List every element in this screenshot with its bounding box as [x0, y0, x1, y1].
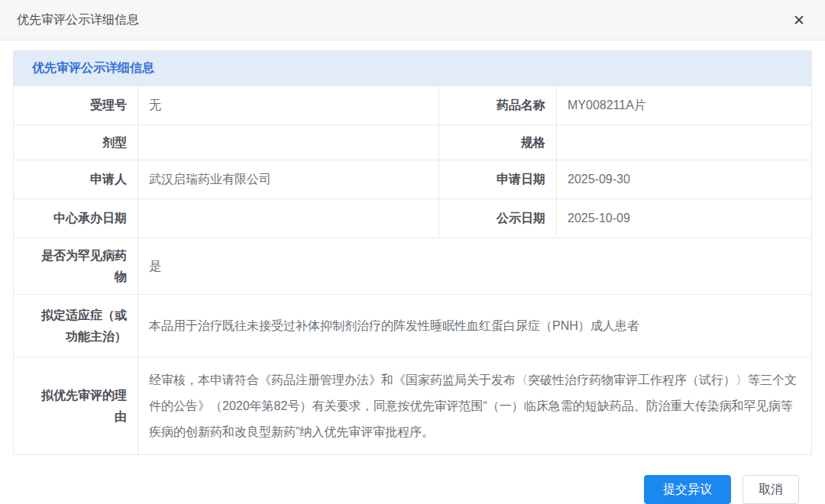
label-proposed-indication: 拟定适应症（或功能主治）: [14, 294, 138, 357]
label-applicant: 申请人: [14, 160, 138, 199]
label-priority-review-reason: 拟优先审评的理由: [14, 357, 138, 454]
value-dosage-form: [138, 124, 439, 160]
details-table: 优先审评公示详细信息 受理号 无 药品名称 MY008211A片 剂型 规格 申…: [13, 50, 812, 455]
label-dosage-form: 剂型: [14, 124, 138, 160]
value-proposed-indication: 本品用于治疗既往未接受过补体抑制剂治疗的阵发性睡眠性血红蛋白尿症（PNH）成人患…: [138, 294, 811, 357]
value-applicant: 武汉启瑞药业有限公司: [138, 160, 439, 199]
label-publicity-date: 公示日期: [439, 199, 557, 237]
label-drug-name: 药品名称: [439, 86, 557, 124]
value-specification: [557, 124, 811, 160]
close-icon[interactable]: ✕: [790, 10, 808, 31]
value-rare-disease-drug: 是: [138, 237, 811, 294]
value-publicity-date: 2025-10-09: [557, 199, 811, 237]
dialog-title: 优先审评公示详细信息: [17, 12, 139, 28]
value-acceptance-number: 无: [138, 86, 439, 124]
label-specification: 规格: [439, 124, 557, 160]
value-priority-review-reason: 经审核，本申请符合《药品注册管理办法》和《国家药监局关于发布〈突破性治疗药物审评…: [138, 357, 811, 454]
label-rare-disease-drug: 是否为罕见病药物: [14, 237, 138, 294]
label-acceptance-number: 受理号: [14, 86, 138, 124]
value-center-undertake-date: [138, 199, 439, 237]
label-application-date: 申请日期: [439, 160, 557, 199]
value-application-date: 2025-09-30: [557, 160, 811, 199]
cancel-button[interactable]: 取消: [742, 475, 799, 504]
dialog-body: 优先审评公示详细信息 受理号 无 药品名称 MY008211A片 剂型 规格 申…: [0, 40, 825, 504]
label-center-undertake-date: 中心承办日期: [14, 199, 138, 237]
submit-objection-button[interactable]: 提交异议: [644, 475, 731, 504]
priority-review-detail-dialog: 优先审评公示详细信息 ✕ 优先审评公示详细信息 受理号 无 药品名称 MY008…: [0, 0, 825, 504]
value-drug-name: MY008211A片: [557, 86, 811, 124]
dialog-footer: 提交异议 取消: [13, 455, 812, 504]
table-section-title: 优先审评公示详细信息: [14, 51, 811, 86]
dialog-titlebar: 优先审评公示详细信息 ✕: [0, 0, 825, 40]
